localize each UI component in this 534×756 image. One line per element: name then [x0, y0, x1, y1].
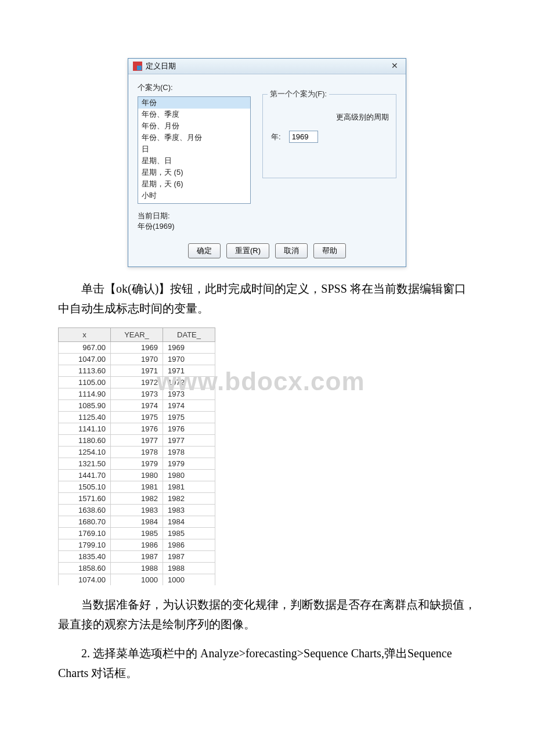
cell-x[interactable]: 1047.00	[59, 354, 111, 365]
cell-x[interactable]: 1085.90	[59, 400, 111, 412]
cell-year[interactable]: 1971	[111, 365, 163, 377]
cell-date[interactable]: 1986	[163, 539, 215, 551]
table-row[interactable]: 1254.1019781978	[59, 447, 215, 458]
cell-date[interactable]: 1981	[163, 481, 215, 493]
cell-year[interactable]: 1981	[111, 481, 163, 493]
table-row[interactable]: 1085.9019741974	[59, 400, 215, 412]
cell-date[interactable]: 1978	[163, 447, 215, 458]
cell-date[interactable]: 1969	[163, 342, 215, 354]
cell-year[interactable]: 1978	[111, 447, 163, 458]
cell-x[interactable]: 1105.00	[59, 377, 111, 388]
cell-x[interactable]: 1254.10	[59, 447, 111, 458]
list-item[interactable]: 日、小时	[138, 201, 250, 204]
table-row[interactable]: 1799.1019861986	[59, 539, 215, 551]
table-row[interactable]: 1638.6019831983	[59, 505, 215, 516]
cell-year[interactable]: 1979	[111, 458, 163, 470]
cell-x[interactable]: 1180.60	[59, 435, 111, 447]
cell-year[interactable]: 1970	[111, 354, 163, 365]
cell-date[interactable]: 1979	[163, 458, 215, 470]
table-row[interactable]: 1180.6019771977	[59, 435, 215, 447]
table-row[interactable]: 1074.0010001000	[59, 574, 215, 586]
close-icon[interactable]: ✕	[388, 62, 401, 71]
reset-button[interactable]: 重置(R)	[226, 243, 269, 258]
cell-date[interactable]: 1000	[163, 574, 215, 586]
table-row[interactable]: 1680.7019841984	[59, 516, 215, 528]
cell-year[interactable]: 1982	[111, 493, 163, 505]
col-header-year[interactable]: YEAR_	[111, 328, 163, 342]
list-item[interactable]: 年份、季度	[138, 109, 250, 120]
cell-year[interactable]: 1985	[111, 528, 163, 539]
cell-date[interactable]: 1983	[163, 505, 215, 516]
cell-year[interactable]: 1975	[111, 412, 163, 423]
cell-year[interactable]: 1980	[111, 470, 163, 481]
cell-date[interactable]: 1976	[163, 423, 215, 435]
cell-date[interactable]: 1987	[163, 551, 215, 563]
table-row[interactable]: 1105.0019721972	[59, 377, 215, 388]
cell-x[interactable]: 1799.10	[59, 539, 111, 551]
cell-year[interactable]: 1000	[111, 574, 163, 586]
cancel-button[interactable]: 取消	[275, 243, 308, 258]
table-row[interactable]: 1858.6019881988	[59, 563, 215, 574]
cell-year[interactable]: 1972	[111, 377, 163, 388]
cell-year[interactable]: 1977	[111, 435, 163, 447]
table-row[interactable]: 1769.1019851985	[59, 528, 215, 539]
year-input[interactable]	[289, 131, 318, 143]
cell-x[interactable]: 1638.60	[59, 505, 111, 516]
cell-date[interactable]: 1972	[163, 377, 215, 388]
cases-listbox[interactable]: 年份 年份、季度 年份、月份 年份、季度、月份 日 星期、日 星期，天 (5) …	[138, 96, 251, 204]
table-row[interactable]: 1441.7019801980	[59, 470, 215, 481]
cell-date[interactable]: 1975	[163, 412, 215, 423]
cell-year[interactable]: 1969	[111, 342, 163, 354]
cell-date[interactable]: 1985	[163, 528, 215, 539]
list-item[interactable]: 年份、月份	[138, 120, 250, 132]
cell-year[interactable]: 1988	[111, 563, 163, 574]
cell-date[interactable]: 1973	[163, 388, 215, 400]
cell-x[interactable]: 1074.00	[59, 574, 111, 586]
table-row[interactable]: 1505.1019811981	[59, 481, 215, 493]
cell-date[interactable]: 1984	[163, 516, 215, 528]
cell-x[interactable]: 1571.60	[59, 493, 111, 505]
table-row[interactable]: 967.0019691969	[59, 342, 215, 354]
cell-year[interactable]: 1973	[111, 388, 163, 400]
cell-date[interactable]: 1974	[163, 400, 215, 412]
list-item[interactable]: 年份	[138, 97, 250, 109]
cell-date[interactable]: 1982	[163, 493, 215, 505]
col-header-date[interactable]: DATE_	[163, 328, 215, 342]
cell-x[interactable]: 967.00	[59, 342, 111, 354]
cell-x[interactable]: 1321.50	[59, 458, 111, 470]
cell-x[interactable]: 1125.40	[59, 412, 111, 423]
list-item[interactable]: 星期，天 (6)	[138, 178, 250, 190]
cell-year[interactable]: 1983	[111, 505, 163, 516]
cell-year[interactable]: 1984	[111, 516, 163, 528]
cell-x[interactable]: 1114.90	[59, 388, 111, 400]
cell-x[interactable]: 1141.10	[59, 423, 111, 435]
cell-year[interactable]: 1987	[111, 551, 163, 563]
table-row[interactable]: 1835.4019871987	[59, 551, 215, 563]
cell-year[interactable]: 1974	[111, 400, 163, 412]
cell-x[interactable]: 1769.10	[59, 528, 111, 539]
list-item[interactable]: 星期，天 (5)	[138, 167, 250, 178]
cell-date[interactable]: 1971	[163, 365, 215, 377]
table-row[interactable]: 1113.6019711971	[59, 365, 215, 377]
help-button[interactable]: 帮助	[313, 243, 346, 258]
table-row[interactable]: 1047.0019701970	[59, 354, 215, 365]
cell-date[interactable]: 1988	[163, 563, 215, 574]
cell-x[interactable]: 1441.70	[59, 470, 111, 481]
col-header-x[interactable]: x	[59, 328, 111, 342]
table-row[interactable]: 1125.4019751975	[59, 412, 215, 423]
table-row[interactable]: 1571.6019821982	[59, 493, 215, 505]
ok-button[interactable]: 确定	[188, 243, 221, 258]
list-item[interactable]: 星期、日	[138, 155, 250, 167]
cell-date[interactable]: 1977	[163, 435, 215, 447]
cell-x[interactable]: 1680.70	[59, 516, 111, 528]
cell-year[interactable]: 1976	[111, 423, 163, 435]
table-row[interactable]: 1141.1019761976	[59, 423, 215, 435]
cell-x[interactable]: 1835.40	[59, 551, 111, 563]
list-item[interactable]: 日	[138, 143, 250, 155]
cell-x[interactable]: 1113.60	[59, 365, 111, 377]
cell-x[interactable]: 1505.10	[59, 481, 111, 493]
table-row[interactable]: 1321.5019791979	[59, 458, 215, 470]
cell-date[interactable]: 1970	[163, 354, 215, 365]
list-item[interactable]: 小时	[138, 190, 250, 201]
table-row[interactable]: 1114.9019731973	[59, 388, 215, 400]
